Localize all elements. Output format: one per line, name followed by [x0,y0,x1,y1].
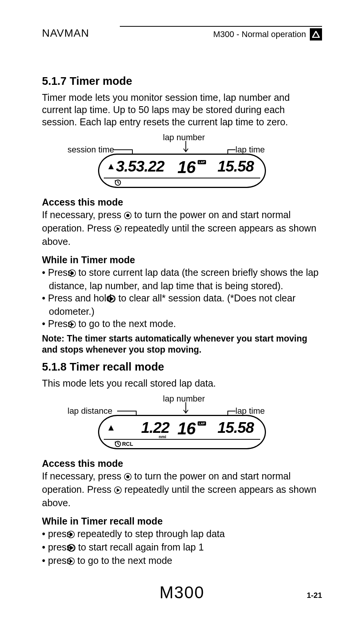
svg-point-5 [71,272,74,275]
svg-point-15 [69,533,72,536]
section-badge-icon [310,28,322,40]
header-section-label: M300 - Normal operation [213,29,306,39]
access-mode-text-2: If necessary, press to turn the power on… [42,470,322,509]
list-item: press repeatedly to step through lap dat… [42,528,322,541]
access-mode-heading-2: Access this mode [42,458,322,469]
clock-icon [114,440,121,449]
list-item: press to go to the next mode [42,554,322,568]
svg-point-12 [126,475,129,478]
svg-point-2 [126,214,129,217]
access-mode-heading-1: Access this mode [42,197,322,208]
clock-icon [114,179,121,188]
section-5-1-8-heading: 5.1.8 Timer recall mode [42,361,322,373]
lcd-lap-tag: LAP [198,421,206,426]
page-header: NAVMAN M300 - Normal operation [42,26,322,40]
dot-button-icon [124,471,132,483]
recall-mode-bullets: press repeatedly to step through lap dat… [42,528,322,568]
lcd-unit: nmi [159,434,166,439]
figure-timer-recall: lap distance lap number lap time 1.22 nm… [42,394,322,451]
list-item: Press and hold to clear all* session dat… [42,292,322,317]
access-mode-text-1: If necessary, press to turn the power on… [42,209,322,248]
while-timer-heading: While in Timer mode [42,254,322,266]
footer-logo: M300 [159,583,205,602]
lcd-display: 3.53.22 16 LAP 15.58 [98,154,266,188]
page-number: 1-21 [307,591,322,600]
while-recall-heading: While in Timer recall mode [42,516,322,527]
callout-lap-distance: lap distance [68,406,112,416]
lcd-lap-number: 16 [177,158,195,177]
dot-button-icon [124,210,132,222]
satellite-icon [108,163,114,172]
lcd-lap-time: 15.58 [217,158,254,175]
play-button-icon [114,223,122,235]
play-button-icon [114,484,122,497]
section-5-1-7-intro: Timer mode lets you monitor session time… [42,91,322,128]
lcd-rcl: RCL [122,441,133,447]
list-item: press to start recall again from lap 1 [42,541,322,554]
list-item: Press to go to the next mode. [42,317,322,331]
callout-lap-time: lap time [235,406,265,416]
page-content: NAVMAN M300 - Normal operation 5.1.7 Tim… [0,0,364,568]
section-5-1-8-intro: This mode lets you recall stored lap dat… [42,377,322,389]
list-item: Press to store current lap data (the scr… [42,266,322,292]
lcd-lap-number: 16 [177,419,195,438]
page-footer: M300 1-21 [0,583,364,602]
brand-logo: NAVMAN [42,27,89,39]
header-right: M300 - Normal operation [120,26,322,40]
timer-note: Note: The timer starts automatically whe… [42,333,322,355]
section-5-1-7-heading: 5.1.7 Timer mode [42,75,322,87]
lcd-lap-tag: LAP [198,160,206,164]
lcd-lap-time: 15.58 [217,419,254,436]
figure-timer-mode: session time lap number lap time 3.53.22… [42,133,322,190]
lcd-lap-distance: 1.22 [141,419,169,436]
lcd-display: 1.22 nmi 16 LAP 15.58 RCL [98,415,266,449]
lcd-session-time: 3.53.22 [116,158,164,175]
timer-mode-bullets: Press to store current lap data (the scr… [42,266,322,331]
satellite-icon [108,424,114,433]
callout-session-time: session time [68,145,114,155]
